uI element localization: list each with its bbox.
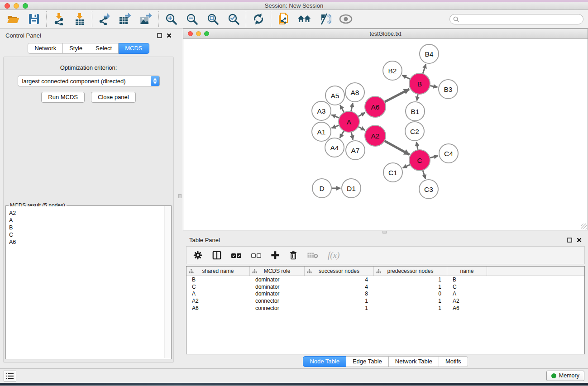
cell-name[interactable]: C (447, 284, 487, 290)
add-column-icon[interactable] (271, 251, 280, 260)
cell-name[interactable]: B (447, 276, 487, 283)
cell-name[interactable]: A2 (447, 298, 487, 304)
tab-network[interactable]: Network (28, 43, 63, 54)
column-header-successor-nodes[interactable]: successor nodes (305, 267, 374, 276)
tab-node-table[interactable]: Node Table (303, 356, 346, 367)
select-all-columns-icon[interactable] (231, 253, 242, 258)
column-header-MCDS-role[interactable]: MCDS role (250, 267, 305, 276)
graph-node-C[interactable]: C (409, 150, 430, 171)
zoom-fit-icon[interactable] (206, 12, 220, 26)
tab-mcds[interactable]: MCDS (119, 43, 149, 54)
close-panel-icon[interactable] (577, 238, 582, 243)
graph-node-B2[interactable]: B2 (383, 61, 402, 80)
memory-button[interactable]: Memory (546, 371, 584, 381)
cell-predecessor-nodes[interactable]: 1 (374, 298, 447, 304)
cell-successor-nodes[interactable]: 4 (305, 276, 374, 283)
cell-shared-name[interactable]: B (186, 276, 250, 283)
refresh-icon[interactable] (252, 12, 265, 26)
cell-name[interactable]: A6 (447, 305, 487, 311)
column-header-predecessor-nodes[interactable]: predecessor nodes (374, 267, 447, 276)
float-panel-icon[interactable] (157, 33, 162, 38)
cell-successor-nodes[interactable]: 8 (305, 291, 374, 297)
cell-predecessor-nodes[interactable]: 1 (374, 284, 447, 290)
graph-node-B3[interactable]: B3 (439, 80, 458, 99)
table-row[interactable]: A2connector11A2 (186, 297, 584, 305)
network-window-titlebar[interactable]: testGlobe.txt (183, 29, 588, 39)
tab-style[interactable]: Style (63, 43, 89, 54)
criterion-dropdown[interactable]: largest connected component (directed) (18, 76, 160, 86)
splitter-handle[interactable] (178, 194, 182, 198)
horizontal-splitter[interactable] (183, 230, 588, 234)
network-zoom-button[interactable] (204, 31, 209, 36)
minimize-window-button[interactable] (14, 3, 19, 9)
graph-node-D[interactable]: D (312, 179, 331, 198)
graph-node-D1[interactable]: D1 (342, 179, 361, 198)
graph-node-A2[interactable]: A2 (365, 125, 386, 146)
graph-node-A8[interactable]: A8 (345, 83, 364, 102)
result-scrollbar[interactable] (164, 206, 171, 358)
task-history-button[interactable] (4, 371, 16, 381)
import-table-icon[interactable] (73, 12, 86, 26)
graph-node-B[interactable]: B (409, 73, 430, 94)
save-session-icon[interactable] (27, 12, 41, 26)
graph-node-A7[interactable]: A7 (346, 141, 365, 160)
cell-MCDS-role[interactable]: dominator (250, 284, 305, 290)
result-item[interactable]: A2 (9, 210, 164, 217)
search-field[interactable] (449, 14, 583, 24)
cell-successor-nodes[interactable]: 4 (305, 284, 374, 290)
cell-name[interactable]: A (447, 291, 487, 297)
export-network-icon[interactable] (98, 12, 111, 26)
cell-MCDS-role[interactable]: connector (250, 305, 305, 311)
run-mcds-button[interactable]: Run MCDS (41, 92, 85, 103)
open-panels-home-icon[interactable] (297, 12, 311, 26)
graph-node-C4[interactable]: C4 (439, 144, 458, 163)
graph-node-C2[interactable]: C2 (405, 122, 424, 141)
cell-predecessor-nodes[interactable]: 1 (374, 305, 447, 311)
close-panel-icon[interactable] (167, 33, 172, 38)
export-table-icon[interactable] (119, 12, 132, 26)
zoom-in-icon[interactable] (164, 12, 178, 26)
graph-node-A3[interactable]: A3 (312, 101, 331, 120)
split-view-icon[interactable] (212, 250, 222, 260)
tab-network-table[interactable]: Network Table (389, 356, 439, 367)
table-row[interactable]: Bdominator41B (186, 276, 584, 283)
cell-shared-name[interactable]: A2 (186, 298, 250, 304)
graph-node-C3[interactable]: C3 (419, 180, 438, 199)
birds-eye-view-icon[interactable] (339, 12, 353, 26)
network-minimize-button[interactable] (196, 31, 201, 36)
graph-node-A[interactable]: A (339, 111, 359, 132)
table-settings-icon[interactable] (193, 250, 203, 260)
network-close-button[interactable] (188, 31, 193, 36)
zoom-window-button[interactable] (23, 3, 28, 9)
table-row[interactable]: Adominator80A (186, 291, 584, 298)
cell-MCDS-role[interactable]: connector (250, 298, 305, 304)
cell-MCDS-role[interactable]: dominator (250, 276, 305, 283)
result-item[interactable]: A6 (9, 238, 164, 246)
result-item[interactable]: A (9, 217, 164, 224)
import-network-icon[interactable] (52, 12, 66, 26)
cell-successor-nodes[interactable]: 1 (305, 298, 374, 304)
resize-grip-icon[interactable] (581, 224, 587, 229)
graph-node-A1[interactable]: A1 (312, 122, 331, 141)
graph-node-A5[interactable]: A5 (325, 86, 344, 105)
deselect-all-columns-icon[interactable] (251, 253, 262, 258)
float-panel-icon[interactable] (567, 238, 572, 243)
result-item[interactable]: B (9, 224, 164, 231)
zoom-out-icon[interactable] (185, 12, 199, 26)
main-titlebar[interactable]: Session: New Session (0, 2, 588, 10)
graph-node-A6[interactable]: A6 (365, 96, 386, 117)
tab-motifs[interactable]: Motifs (439, 356, 468, 367)
graph-node-B1[interactable]: B1 (406, 102, 425, 121)
cell-predecessor-nodes[interactable]: 0 (374, 291, 447, 297)
vertical-splitter[interactable] (177, 29, 183, 368)
cell-predecessor-nodes[interactable]: 1 (374, 276, 447, 283)
cell-shared-name[interactable]: A (186, 291, 250, 297)
cell-shared-name[interactable]: C (186, 284, 250, 290)
graph-node-B4[interactable]: B4 (420, 44, 439, 63)
close-window-button[interactable] (5, 3, 10, 9)
zoom-selected-icon[interactable] (227, 12, 240, 26)
tab-select[interactable]: Select (89, 43, 119, 54)
search-input[interactable] (461, 15, 583, 23)
splitter-handle[interactable] (382, 231, 387, 234)
column-header-name[interactable]: name (447, 267, 487, 276)
